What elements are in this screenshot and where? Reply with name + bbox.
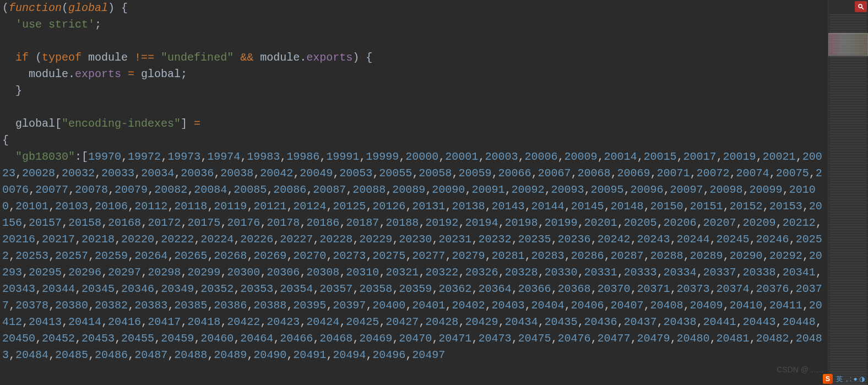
minimap[interactable]: [828, 0, 868, 385]
semicolon: ;: [181, 68, 187, 80]
string-use-strict: 'use strict': [15, 18, 95, 31]
svg-point-0: [859, 4, 862, 8]
editor-workspace: (function(global) { 'use strict'; if (ty…: [0, 0, 868, 385]
ident-module: module: [29, 68, 68, 80]
ime-sogou-icon[interactable]: S: [823, 374, 833, 384]
code-content: (function(global) { 'use strict'; if (ty…: [2, 0, 826, 364]
minimap-viewport[interactable]: [828, 33, 868, 56]
op-ne: !==: [128, 51, 161, 64]
paren: ) {: [352, 51, 372, 64]
keyword-if: if: [15, 51, 29, 64]
brace-open: {: [2, 134, 9, 147]
bracket: [: [55, 117, 62, 130]
bracket: ]: [181, 117, 187, 130]
search-icon[interactable]: [855, 1, 867, 12]
bracket: [: [82, 150, 88, 163]
ident-global: global: [15, 117, 55, 130]
minimap-content: [829, 14, 867, 385]
keyword-typeof: typeof: [42, 51, 82, 64]
paren: (: [29, 51, 42, 64]
op-assign: =: [121, 68, 141, 80]
op-assign: =: [187, 117, 200, 130]
prop-exports: exports: [75, 68, 121, 80]
ident-module: module: [88, 51, 128, 64]
dot: .: [300, 51, 306, 64]
brace-close: }: [15, 84, 22, 97]
ident-module: module: [260, 51, 300, 64]
svg-line-1: [862, 8, 864, 10]
tray-icons[interactable]: , : ● ◑: [846, 375, 865, 383]
paren: (: [62, 2, 68, 14]
string-encoding-indexes: "encoding-indexes": [62, 117, 181, 130]
system-tray[interactable]: S 英 , : ● ◑: [820, 373, 868, 385]
number-array: 19970,19972,19973,19974,19983,19986,1999…: [2, 150, 822, 361]
param-global: global: [68, 2, 108, 14]
paren: ) {: [108, 2, 128, 14]
colon: :: [75, 150, 82, 163]
code-editor[interactable]: (function(global) { 'use strict'; if (ty…: [0, 0, 828, 385]
space: [82, 51, 88, 64]
prop-exports: exports: [306, 51, 352, 64]
dot: .: [68, 68, 75, 80]
string-undefined: "undefined": [161, 51, 234, 64]
ident-global: global: [141, 68, 181, 80]
ime-language[interactable]: 英: [836, 375, 843, 384]
op-and: &&: [234, 51, 260, 64]
key-gb18030: "gb18030": [15, 150, 75, 163]
keyword-function: function: [9, 2, 62, 14]
paren: (: [2, 2, 9, 14]
semicolon: ;: [95, 18, 101, 31]
